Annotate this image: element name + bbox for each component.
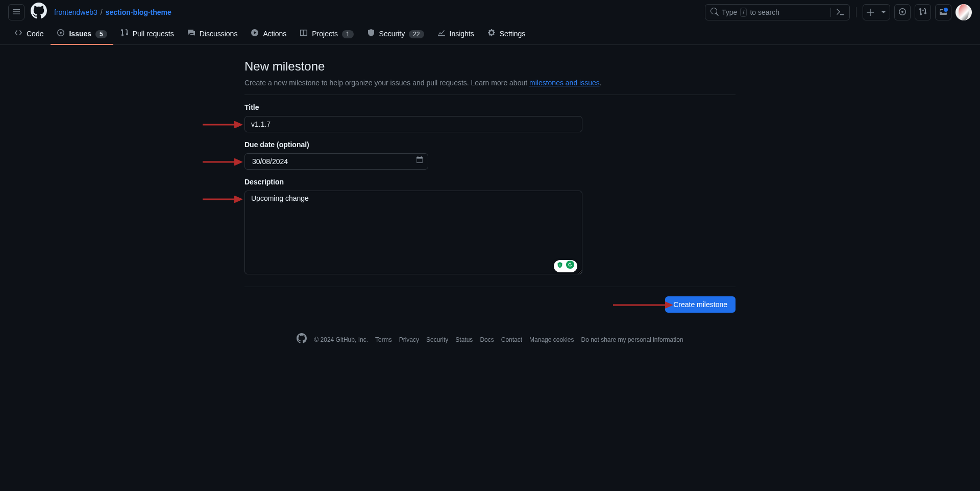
title-label: Title xyxy=(244,102,736,113)
site-footer: © 2024 GitHub, Inc. Terms Privacy Securi… xyxy=(244,333,736,346)
shield-icon xyxy=(367,29,375,40)
github-mark-icon xyxy=(31,3,47,22)
calendar-icon xyxy=(415,156,424,167)
create-menu[interactable] xyxy=(863,4,890,20)
annotation-arrow-title xyxy=(203,121,242,128)
gear-icon xyxy=(487,29,496,40)
footer-link-dns[interactable]: Do not share my personal information xyxy=(581,335,683,344)
footer-link-docs[interactable]: Docs xyxy=(480,335,494,344)
tab-settings[interactable]: Settings xyxy=(481,25,532,45)
hamburger-icon xyxy=(12,8,20,17)
discussion-icon xyxy=(187,29,195,40)
code-icon xyxy=(14,29,22,40)
graph-icon xyxy=(437,29,446,40)
description-textarea[interactable] xyxy=(244,191,582,274)
page-title: New milestone xyxy=(244,57,736,76)
tab-actions[interactable]: Actions xyxy=(244,25,292,45)
tab-issues[interactable]: Issues 5 xyxy=(51,25,113,45)
issue-opened-icon xyxy=(898,8,906,17)
footer-link-status[interactable]: Status xyxy=(455,335,473,344)
breadcrumb: frontendweb3 / section-blog-theme xyxy=(54,7,172,18)
caret-down-icon xyxy=(877,5,890,20)
issues-tray-button[interactable] xyxy=(894,4,911,20)
security-count-badge: 22 xyxy=(409,30,424,38)
search-placeholder: Type / to search xyxy=(722,8,825,17)
grammarly-shield-icon xyxy=(556,261,564,272)
annotation-arrow-submit xyxy=(613,301,673,308)
tab-insights[interactable]: Insights xyxy=(431,25,480,45)
main-content: New milestone Create a new milestone to … xyxy=(236,45,744,366)
create-milestone-button[interactable]: Create milestone xyxy=(665,296,736,313)
projects-count-badge: 1 xyxy=(342,30,354,38)
footer-copyright: © 2024 GitHub, Inc. xyxy=(314,335,368,344)
global-header: frontendweb3 / section-blog-theme Type /… xyxy=(0,0,980,25)
breadcrumb-repo[interactable]: section-blog-theme xyxy=(106,7,172,18)
command-palette-icon xyxy=(836,8,844,17)
issue-opened-icon xyxy=(57,29,65,40)
title-input[interactable] xyxy=(244,116,582,132)
form-actions: Create milestone xyxy=(244,296,736,313)
footer-link-contact[interactable]: Contact xyxy=(501,335,522,344)
play-icon xyxy=(251,29,259,40)
footer-link-terms[interactable]: Terms xyxy=(375,335,392,344)
github-logo[interactable] xyxy=(31,3,47,22)
milestones-help-link[interactable]: milestones and issues xyxy=(529,79,600,87)
plus-icon xyxy=(863,5,877,20)
footer-link-security[interactable]: Security xyxy=(426,335,448,344)
git-pull-request-icon xyxy=(120,29,129,40)
grammarly-widget[interactable] xyxy=(554,260,577,272)
due-date-input-wrap[interactable] xyxy=(244,153,428,170)
notifications-button[interactable] xyxy=(935,4,951,20)
page-description: Create a new milestone to help organize … xyxy=(244,78,736,95)
hamburger-button[interactable] xyxy=(8,4,24,20)
issues-count-badge: 5 xyxy=(95,30,107,38)
inbox-icon xyxy=(939,8,947,17)
git-pull-request-icon xyxy=(919,8,927,17)
due-date-label: Due date (optional) xyxy=(244,139,736,150)
avatar-image xyxy=(959,4,969,20)
tab-discussions[interactable]: Discussions xyxy=(181,25,244,45)
annotation-arrow-due xyxy=(203,158,242,165)
pulls-tray-button[interactable] xyxy=(915,4,931,20)
grammarly-logo-icon xyxy=(566,260,575,272)
description-label: Description xyxy=(244,177,736,188)
kbd-slash: / xyxy=(740,8,747,17)
search-icon xyxy=(710,8,719,17)
footer-link-cookies[interactable]: Manage cookies xyxy=(529,335,574,344)
footer-link-privacy[interactable]: Privacy xyxy=(399,335,419,344)
table-icon xyxy=(300,29,308,40)
user-avatar[interactable] xyxy=(955,4,972,20)
global-search[interactable]: Type / to search xyxy=(705,4,850,20)
breadcrumb-sep: / xyxy=(100,7,104,18)
repo-nav: Code Issues 5 Pull requests Discussions … xyxy=(0,25,980,45)
tab-projects[interactable]: Projects 1 xyxy=(293,25,359,45)
tab-pulls[interactable]: Pull requests xyxy=(114,25,180,45)
tab-code[interactable]: Code xyxy=(8,25,50,45)
tab-security[interactable]: Security 22 xyxy=(361,25,430,45)
divider xyxy=(244,287,736,287)
breadcrumb-owner[interactable]: frontendweb3 xyxy=(54,7,97,18)
due-date-input[interactable] xyxy=(251,157,415,166)
github-mark-icon xyxy=(297,333,307,346)
annotation-arrow-desc xyxy=(203,195,242,202)
